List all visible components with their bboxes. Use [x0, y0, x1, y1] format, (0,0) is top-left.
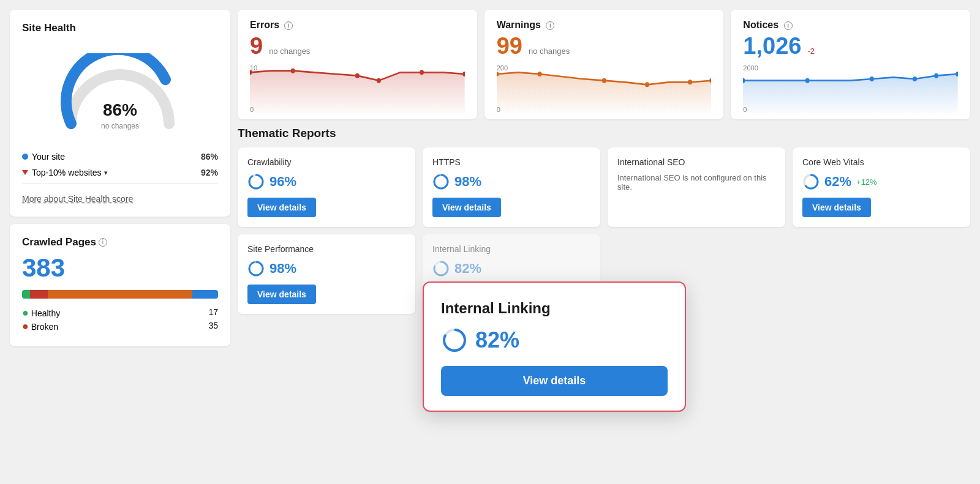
sp-circle-icon	[247, 260, 265, 277]
popup-title: Internal Linking	[441, 300, 668, 317]
intl-seo-desc: International SEO is not configured on t…	[617, 173, 775, 192]
crawled-pages-info-icon[interactable]: i	[99, 238, 107, 247]
top10-row: Top-10% websites ▾ 92%	[22, 168, 218, 177]
report-international-seo: International SEO International SEO is n…	[608, 147, 785, 227]
notices-main-row: 1,026 -2	[743, 33, 958, 59]
crawlability-circle-icon	[247, 173, 265, 190]
broken-dot: ●	[22, 320, 29, 332]
warnings-number: 99	[497, 33, 522, 59]
errors-sparkline: 10 0	[250, 64, 465, 113]
pages-progress-bar	[22, 290, 218, 299]
errors-y-max: 10	[250, 64, 257, 72]
warnings-sparkline: 200 0	[497, 64, 712, 113]
svg-point-19	[913, 76, 917, 81]
notices-info-icon[interactable]: i	[784, 21, 793, 30]
svg-point-33	[444, 330, 465, 351]
your-site-label: Your site	[32, 152, 65, 162]
svg-point-10	[537, 72, 541, 76]
crawled-pages-card: Crawled Pages i 383 ● Healthy 17	[10, 224, 230, 346]
internal-linking-popup[interactable]: Internal Linking 82% View details	[423, 281, 686, 412]
crawled-pages-number: 383	[22, 253, 218, 283]
popup-score-row: 82%	[441, 327, 668, 354]
notices-sparkline-svg	[743, 64, 958, 113]
https-score: 98%	[454, 174, 481, 190]
warnings-info-icon[interactable]: i	[546, 21, 554, 30]
legend-broken: ● Broken 35	[22, 321, 218, 332]
errors-card: Errors i 9 no changes 10 0	[238, 10, 477, 119]
crawlability-title: Crawlability	[247, 157, 405, 167]
svg-point-11	[602, 78, 606, 83]
intl-seo-title: International SEO	[617, 157, 775, 167]
errors-change: no changes	[269, 47, 310, 56]
dropdown-arrow-icon[interactable]: ▾	[104, 169, 108, 177]
top10-label: Top-10% websites	[32, 168, 102, 177]
healthy-label-row: ● Healthy	[22, 307, 60, 318]
svg-point-4	[355, 73, 360, 78]
top10-icon	[22, 170, 28, 175]
top10-legend: Top-10% websites ▾	[22, 168, 108, 177]
svg-point-23	[249, 175, 263, 188]
errors-label: Errors i	[250, 20, 465, 31]
il-bg-score: 82%	[454, 261, 481, 277]
your-site-legend: Your site	[22, 152, 65, 162]
svg-point-3	[291, 69, 295, 73]
your-site-value: 86%	[201, 152, 218, 162]
popup-circle-icon	[441, 327, 468, 354]
svg-point-20	[934, 73, 938, 78]
errors-label-text: Errors	[250, 20, 279, 30]
gauge-sub: no changes	[101, 122, 139, 130]
warnings-label-text: Warnings	[497, 20, 541, 30]
sp-view-btn[interactable]: View details	[247, 285, 316, 304]
warnings-main-row: 99 no changes	[497, 33, 712, 59]
popup-view-details-btn[interactable]: View details	[441, 366, 668, 396]
more-about-link[interactable]: More about Site Health score	[22, 194, 133, 204]
healthy-label: Healthy	[31, 308, 60, 318]
report-core-web-vitals: Core Web Vitals 62% +12% View details	[793, 147, 970, 227]
https-view-btn[interactable]: View details	[432, 198, 501, 217]
svg-point-6	[420, 70, 424, 75]
errors-number: 9	[250, 33, 263, 59]
broken-value: 35	[208, 321, 218, 332]
crawlability-score-row: 96%	[247, 173, 405, 190]
sp-title: Site Performance	[247, 244, 405, 254]
errors-main-row: 9 no changes	[250, 33, 465, 59]
cwv-score: 62%	[824, 174, 851, 190]
healthy-dot: ●	[22, 307, 29, 319]
notices-number: 1,026	[743, 33, 801, 59]
site-health-title: Site Health	[22, 22, 218, 34]
sp-score-row: 98%	[247, 260, 405, 277]
legend-healthy: ● Healthy 17	[22, 307, 218, 318]
warnings-y-min: 0	[497, 106, 500, 113]
warnings-sparkline-svg	[497, 64, 712, 113]
divider	[22, 184, 218, 184]
notices-label: Notices i	[743, 20, 958, 31]
cwv-circle-icon	[802, 173, 820, 190]
broken-label-row: ● Broken	[22, 321, 58, 332]
gauge-container: 86% no changes	[22, 44, 218, 142]
errors-y-min: 0	[250, 106, 254, 113]
cwv-view-btn[interactable]: View details	[802, 198, 871, 217]
crawlability-view-btn[interactable]: View details	[247, 198, 316, 217]
top10-value: 92%	[201, 168, 218, 177]
il-bg-circle-icon	[432, 260, 450, 277]
gauge-percent: 86%	[101, 100, 139, 120]
broken-label: Broken	[31, 322, 58, 332]
notices-sparkline: 2000 0	[743, 64, 958, 113]
pb-healthy	[22, 290, 30, 299]
crawlability-score: 96%	[270, 174, 296, 190]
pb-blocked	[192, 290, 218, 299]
cwv-score-row: 62% +12%	[802, 173, 960, 190]
metrics-row: Errors i 9 no changes 10 0	[238, 10, 970, 119]
report-site-performance: Site Performance 98% View details	[238, 234, 415, 314]
svg-point-29	[249, 262, 263, 275]
svg-point-12	[645, 82, 649, 87]
notices-card: Notices i 1,026 -2 2000 0	[731, 10, 970, 119]
svg-point-5	[377, 78, 381, 83]
warnings-card: Warnings i 99 no changes 200 0	[484, 10, 724, 119]
notices-y-max: 2000	[743, 64, 758, 72]
https-circle-icon	[432, 173, 450, 190]
cwv-change: +12%	[856, 177, 877, 187]
healthy-value: 17	[208, 307, 218, 318]
notices-y-min: 0	[743, 106, 747, 113]
errors-info-icon[interactable]: i	[284, 21, 293, 30]
